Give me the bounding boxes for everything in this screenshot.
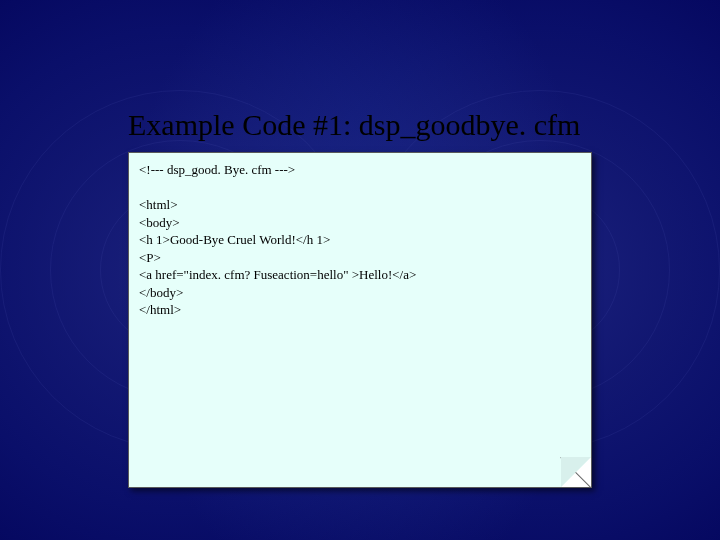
code-line: <h 1>Good-Bye Cruel World!</h 1> bbox=[139, 232, 330, 247]
code-content: <!--- dsp_good. Bye. cfm ---> <html> <bo… bbox=[139, 161, 581, 319]
code-line: <!--- dsp_good. Bye. cfm ---> bbox=[139, 162, 295, 177]
code-line: <a href="index. cfm? Fuseaction=hello" >… bbox=[139, 267, 416, 282]
code-line: <html> bbox=[139, 197, 178, 212]
slide-title: Example Code #1: dsp_goodbye. cfm bbox=[128, 108, 580, 142]
code-box: <!--- dsp_good. Bye. cfm ---> <html> <bo… bbox=[128, 152, 592, 488]
code-line: <body> bbox=[139, 215, 180, 230]
code-line: </body> bbox=[139, 285, 183, 300]
code-line: </html> bbox=[139, 302, 181, 317]
page-curl-icon bbox=[561, 457, 591, 487]
code-line: <P> bbox=[139, 250, 161, 265]
